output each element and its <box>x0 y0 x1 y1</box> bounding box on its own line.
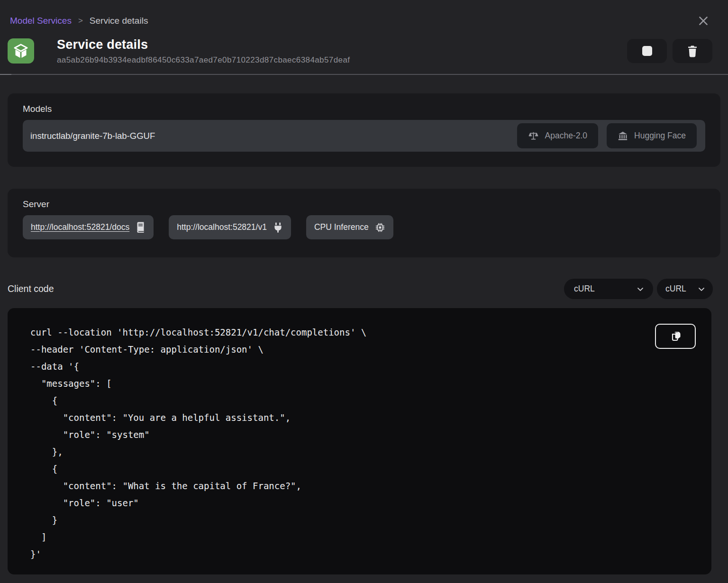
server-label: Server <box>23 199 705 210</box>
title-block: Service details aa5ab26b94b3934eadbf8645… <box>57 37 350 65</box>
docs-endpoint-link[interactable]: http://localhost:52821/docs <box>31 222 129 232</box>
client-code-header: Client code cURL cURL <box>8 279 713 299</box>
chevron-down-icon <box>697 284 706 294</box>
api-endpoint-pill[interactable]: http://localhost:52821/v1 <box>169 215 291 239</box>
registry-badge-label: Hugging Face <box>634 131 686 141</box>
stop-service-button[interactable] <box>627 39 667 63</box>
close-icon <box>697 15 710 27</box>
delete-service-button[interactable] <box>673 39 712 63</box>
close-button[interactable] <box>697 14 710 27</box>
chevron-down-icon <box>636 284 645 294</box>
breadcrumb-separator: > <box>78 16 83 26</box>
license-badge[interactable]: Apache-2.0 <box>517 123 599 148</box>
code-dropdowns: cURL cURL <box>564 279 713 299</box>
server-pills: http://localhost:52821/docs http://local… <box>23 215 705 239</box>
copy-code-button[interactable] <box>655 324 696 349</box>
license-badge-label: Apache-2.0 <box>545 131 588 141</box>
models-label: Models <box>23 104 705 114</box>
api-endpoint-text: http://localhost:52821/v1 <box>177 222 267 232</box>
stop-icon <box>642 46 652 56</box>
curl-code: curl --location 'http://localhost:52821/… <box>30 324 692 563</box>
trash-icon <box>687 45 698 57</box>
header-divider <box>0 74 728 75</box>
breadcrumb: Model Services > Service details <box>0 0 728 27</box>
docs-endpoint-pill[interactable]: http://localhost:52821/docs <box>23 215 154 239</box>
header-actions <box>627 39 712 63</box>
language-select-value: cURL <box>574 284 636 294</box>
service-header: Service details aa5ab26b94b3934eadbf8645… <box>8 38 712 64</box>
service-id: aa5ab26b94b3934eadbf86450c633a7aed7e0b71… <box>57 55 350 65</box>
service-cube-icon <box>8 38 34 64</box>
language-select[interactable]: cURL <box>564 279 653 299</box>
model-row: instructlab/granite-7b-lab-GGUF Apache-2… <box>23 120 705 152</box>
variant-select-value: cURL <box>665 284 697 294</box>
inference-type-text: CPU Inference <box>314 222 369 232</box>
models-section: Models instructlab/granite-7b-lab-GGUF A… <box>8 93 720 167</box>
model-badges: Apache-2.0 Hugging Face <box>517 123 697 148</box>
inference-type-pill[interactable]: CPU Inference <box>306 215 393 239</box>
breadcrumb-model-services-link[interactable]: Model Services <box>10 16 72 26</box>
chip-icon <box>375 222 385 233</box>
breadcrumb-current: Service details <box>90 16 148 26</box>
variant-select[interactable]: cURL <box>657 279 713 299</box>
plug-icon <box>273 222 283 233</box>
bank-icon <box>618 131 628 141</box>
page-title: Service details <box>57 37 350 52</box>
registry-badge[interactable]: Hugging Face <box>607 123 697 148</box>
book-icon <box>136 222 146 233</box>
copy-icon <box>669 330 682 343</box>
model-name: instructlab/granite-7b-lab-GGUF <box>30 131 517 141</box>
scale-icon <box>528 130 539 141</box>
client-code-label: Client code <box>8 283 54 294</box>
client-code-block: curl --location 'http://localhost:52821/… <box>8 308 711 574</box>
server-section: Server http://localhost:52821/docs http:… <box>8 189 720 257</box>
divider-accent <box>0 74 11 75</box>
